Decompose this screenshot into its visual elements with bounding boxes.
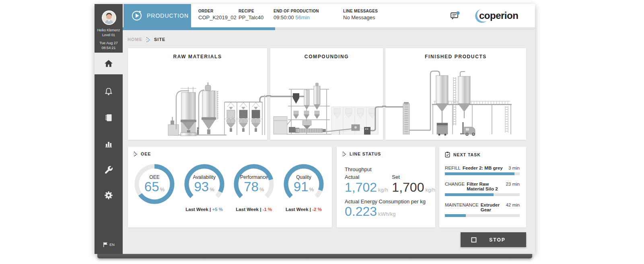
user-name: Heiko Klemenz — [95, 28, 123, 32]
gauge-row: OEE 65% Availability 93% Last Week | +5 … — [128, 156, 332, 212]
home-icon — [104, 59, 113, 68]
task-time: 42 min — [506, 203, 520, 207]
task-name: Feeder 2: MB grey — [463, 166, 506, 170]
task-progress-fill — [445, 172, 514, 175]
hmi-device: Heiko Klemenz Level 01 Tue Aug 27 08:54:… — [95, 4, 535, 258]
bell-icon — [104, 87, 113, 96]
actual-value: 1,702 — [345, 180, 377, 194]
sidebar-item-alarms[interactable] — [95, 81, 123, 102]
set-unit: kg/h — [425, 187, 435, 193]
oee-chevron-icon — [134, 151, 138, 156]
breadcrumb: HOME SITE — [128, 36, 165, 43]
sidebar-item-reports[interactable] — [95, 133, 123, 155]
energy-unit: kWh/kg — [378, 211, 395, 217]
task-action: REFILL — [445, 166, 461, 170]
sidebar-item-home[interactable] — [95, 53, 123, 74]
task-action: MAINTENANCE — [445, 203, 479, 207]
task-progress-track — [445, 193, 520, 196]
panel-next-task: NEXT TASK REFILL Feeder 2: MB grey 3 min… — [439, 147, 526, 227]
chat-notification-icon — [449, 10, 461, 22]
task-progress-fill — [445, 193, 494, 196]
throughput-label: Throughput — [345, 166, 435, 173]
sidebar-item-maintenance[interactable] — [95, 159, 123, 181]
language-switch[interactable]: EN — [95, 239, 123, 251]
gauge-value: 78% — [232, 180, 276, 194]
gauge-lastweek: Last Week | +5 % — [182, 207, 227, 212]
sidebar-date: Tue Aug 27 — [95, 41, 123, 45]
task-time: 23 min — [506, 182, 520, 186]
order-value: COP_K2019_02 — [198, 14, 237, 20]
tab-production[interactable]: PRODUCTION — [123, 4, 191, 27]
energy-value-row: 0.223kWh/kg — [345, 205, 435, 219]
task-row[interactable]: CHANGE Filter Raw Material Silo 2 23 min — [445, 182, 520, 196]
order-info: ORDER COP_K2019_02 — [198, 9, 237, 20]
panel-oee: OEE OEE 65% Availability 93% — [128, 147, 332, 227]
avatar[interactable] — [102, 10, 116, 25]
breadcrumb-home[interactable]: HOME — [128, 37, 142, 42]
gauge-lastweek: Last Week | -1 % — [231, 207, 276, 212]
sidebar: Heiko Klemenz Level 01 Tue Aug 27 08:54:… — [95, 4, 123, 254]
pipe-raw-to-compounding — [266, 95, 271, 96]
stop-button-label: STOP — [477, 237, 518, 243]
task-time: 3 min — [508, 166, 520, 170]
task-row[interactable]: REFILL Feeder 2: MB grey 3 min — [445, 166, 520, 175]
header: PRODUCTION ORDER COP_K2019_02 RECIPE PP_… — [123, 4, 535, 27]
task-action: CHANGE — [445, 182, 465, 186]
messages-button[interactable] — [449, 10, 461, 22]
sidebar-item-settings[interactable] — [95, 184, 123, 206]
gauge-quality: Quality 91% Last Week | -2 % — [281, 162, 326, 212]
breadcrumb-current: SITE — [154, 37, 165, 42]
bar-chart-icon — [104, 139, 113, 149]
recipe-info: RECIPE PP_Talc40 — [239, 9, 263, 20]
logbook-icon — [104, 113, 113, 123]
coperion-logo-graphic: coperion — [472, 8, 532, 24]
raw-materials-illustration — [128, 69, 267, 137]
pipe-compounding-to-finished — [382, 106, 386, 107]
set-label: Set — [392, 174, 435, 181]
line-messages-value: No Messages — [343, 14, 378, 20]
set-value: 1,700 — [392, 180, 424, 194]
energy-value: 0.223 — [345, 204, 377, 219]
sidebar-time: 08:54:21 — [95, 46, 123, 50]
task-name: Extruder Gear — [481, 203, 504, 212]
gauge-performance: Performance 78% Last Week | -1 % — [231, 162, 276, 212]
production-progress-track — [123, 27, 535, 30]
panel-finished-products-title: FINISHED PRODUCTS — [385, 54, 526, 59]
line-status-title: LINE STATUS — [350, 151, 381, 156]
user-level: Level 01 — [95, 33, 123, 37]
task-progress-fill — [445, 214, 466, 217]
next-task-header: NEXT TASK — [439, 147, 526, 158]
energy-label: Actual Energy Consumption per kg — [345, 199, 435, 205]
oee-title: OEE — [141, 151, 151, 156]
task-row[interactable]: MAINTENANCE Extruder Gear 42 min — [445, 203, 520, 217]
clipboard-icon — [445, 151, 450, 158]
end-of-production-label: END OF PRODUCTION — [274, 9, 319, 13]
panel-finished-products[interactable]: FINISHED PRODUCTS — [385, 48, 526, 140]
stop-button[interactable]: STOP — [461, 232, 526, 247]
panel-compounding[interactable]: COMPOUNDING — [270, 48, 383, 140]
production-cycle-icon — [131, 10, 143, 22]
hmi-screen: Heiko Klemenz Level 01 Tue Aug 27 08:54:… — [95, 4, 535, 254]
compounding-illustration — [270, 69, 383, 137]
line-status-header: LINE STATUS — [337, 147, 435, 156]
panel-compounding-title: COMPOUNDING — [270, 54, 383, 59]
coperion-logo: coperion — [472, 8, 532, 24]
set-value-row: 1,700kg/h — [392, 180, 435, 194]
tab-production-label: PRODUCTION — [147, 12, 189, 19]
line-status-chevron-icon — [342, 151, 346, 156]
line-messages-info: LINE MESSAGES No Messages — [343, 9, 378, 20]
oee-header: OEE — [128, 147, 332, 156]
finished-products-illustration — [385, 69, 526, 137]
device-bezel — [97, 254, 532, 258]
line-messages-label: LINE MESSAGES — [343, 9, 378, 13]
panel-raw-materials-title: RAW MATERIALS — [128, 54, 267, 59]
sidebar-item-logbook[interactable] — [95, 107, 123, 129]
panel-raw-materials[interactable]: RAW MATERIALS — [128, 48, 267, 140]
avatar-photo — [103, 11, 115, 24]
recipe-label: RECIPE — [239, 9, 263, 13]
flag-icon — [103, 242, 108, 248]
language-label: EN — [109, 243, 115, 247]
line-status-body: Throughput Actual 1,702kg/h Set 1,700kg/… — [337, 156, 435, 219]
task-name: Filter Raw Material Silo 2 — [467, 182, 503, 191]
end-time: 09:50:00 — [274, 14, 294, 20]
